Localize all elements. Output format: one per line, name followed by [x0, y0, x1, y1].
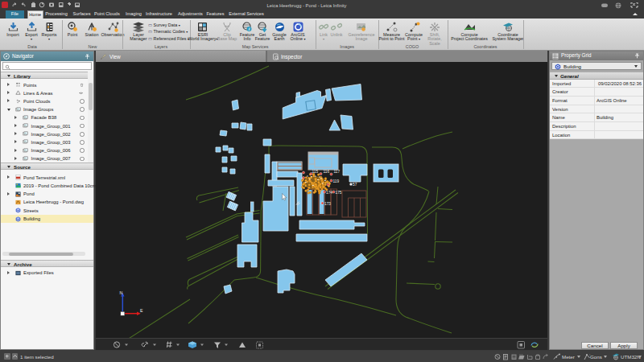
- svg-text:N: N: [120, 290, 123, 295]
- svg-text:119: 119: [333, 179, 340, 183]
- svg-text:57: 57: [353, 183, 357, 187]
- svg-text:115: 115: [312, 170, 319, 174]
- svg-text:175: 175: [336, 191, 342, 195]
- svg-text:E: E: [140, 308, 143, 313]
- svg-text:173: 173: [324, 202, 331, 206]
- svg-text:117: 117: [334, 170, 341, 174]
- svg-text:174: 174: [326, 191, 332, 195]
- svg-text:116: 116: [324, 170, 330, 174]
